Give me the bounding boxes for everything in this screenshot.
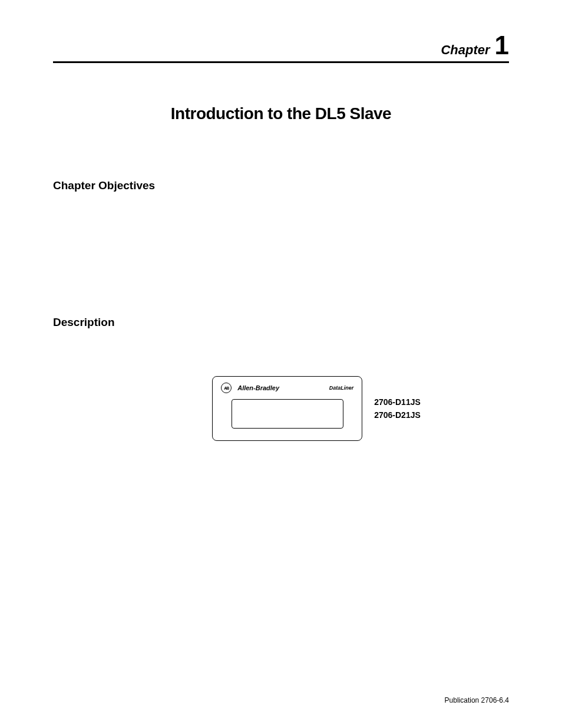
model-number: 2706-D11JS [374,397,421,407]
section-description-heading: Description [53,316,509,329]
model-numbers-list: 2706-D11JS 2706-D21JS [374,397,421,420]
page-title: Introduction to the DL5 Slave [53,104,509,123]
brand-text: Allen-Bradley [237,384,279,391]
chapter-label: Chapter [441,42,490,58]
device-figure: AB Allen-Bradley DataLiner 2706-D11JS 27… [124,376,509,441]
device-box: AB Allen-Bradley DataLiner [212,376,362,441]
document-page: Chapter 1 Introduction to the DL5 Slave … [0,0,562,728]
section-objectives-heading: Chapter Objectives [53,179,509,192]
display-window [232,399,343,429]
chapter-number: 1 [495,32,509,58]
footer-publication: Publication 2706-6.4 [445,696,509,704]
model-number: 2706-D21JS [374,410,421,420]
ab-logo-icon: AB [221,383,232,393]
product-line-text: DataLiner [329,385,354,391]
chapter-header: Chapter 1 [53,32,509,63]
device-header: AB Allen-Bradley DataLiner [221,383,353,393]
logo-group: AB Allen-Bradley [221,383,279,393]
